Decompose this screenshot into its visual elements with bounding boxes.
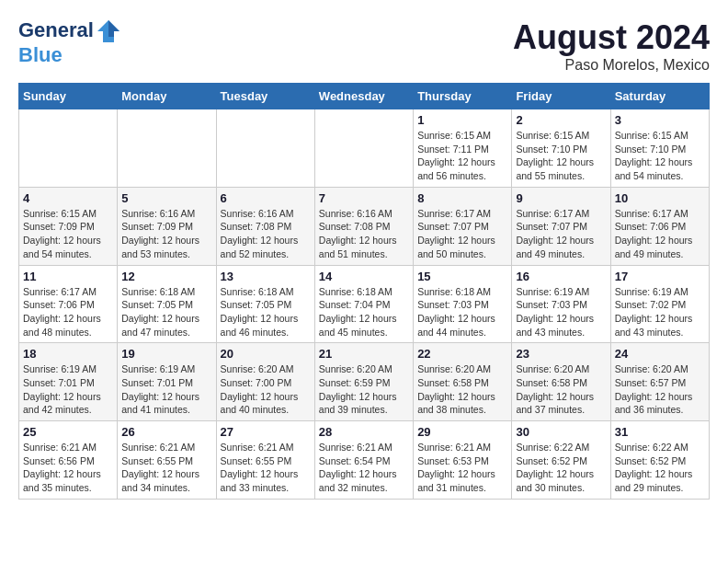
col-thursday: Thursday (414, 84, 512, 109)
day-number: 2 (516, 113, 606, 127)
day-number: 28 (319, 425, 409, 439)
day-number: 12 (121, 270, 211, 283)
table-row: 12 Sunrise: 6:18 AMSunset: 7:05 PMDaylig… (118, 265, 216, 343)
day-number: 24 (615, 347, 705, 361)
day-info: Sunrise: 6:22 AMSunset: 6:52 PMDaylight:… (615, 441, 705, 495)
day-info: Sunrise: 6:19 AMSunset: 7:01 PMDaylight:… (121, 362, 211, 417)
table-row: 30 Sunrise: 6:22 AMSunset: 6:52 PMDaylig… (512, 421, 610, 500)
day-info: Sunrise: 6:19 AMSunset: 7:02 PMDaylight:… (615, 285, 705, 339)
table-row: 26 Sunrise: 6:21 AMSunset: 6:55 PMDaylig… (118, 421, 216, 500)
calendar-row-4: 25 Sunrise: 6:21 AMSunset: 6:56 PMDaylig… (19, 421, 710, 500)
day-info: Sunrise: 6:21 AMSunset: 6:56 PMDaylight:… (23, 441, 113, 495)
table-row: 19 Sunrise: 6:19 AMSunset: 7:01 PMDaylig… (118, 343, 216, 421)
day-number: 21 (319, 347, 409, 361)
day-info: Sunrise: 6:20 AMSunset: 6:57 PMDaylight:… (615, 362, 705, 417)
day-info: Sunrise: 6:17 AMSunset: 7:07 PMDaylight:… (516, 207, 606, 261)
table-row: 29 Sunrise: 6:21 AMSunset: 6:53 PMDaylig… (414, 421, 512, 500)
day-number: 29 (417, 425, 507, 439)
day-info: Sunrise: 6:17 AMSunset: 7:06 PMDaylight:… (615, 207, 705, 261)
logo-blue: Blue (18, 44, 121, 66)
day-number: 10 (615, 191, 705, 205)
table-row (19, 109, 118, 188)
table-row: 18 Sunrise: 6:19 AMSunset: 7:01 PMDaylig… (19, 343, 118, 421)
day-number: 7 (319, 191, 409, 205)
col-sunday: Sunday (19, 84, 118, 109)
table-row: 14 Sunrise: 6:18 AMSunset: 7:04 PMDaylig… (314, 265, 413, 343)
table-row: 31 Sunrise: 6:22 AMSunset: 6:52 PMDaylig… (610, 421, 709, 500)
day-number: 19 (121, 347, 211, 361)
day-number: 4 (23, 191, 113, 205)
day-number: 14 (319, 270, 409, 283)
day-number: 26 (121, 425, 211, 439)
table-row: 24 Sunrise: 6:20 AMSunset: 6:57 PMDaylig… (610, 343, 709, 421)
logo-text: General (18, 18, 121, 44)
day-number: 5 (121, 191, 211, 205)
day-info: Sunrise: 6:20 AMSunset: 7:00 PMDaylight:… (221, 362, 311, 417)
table-row: 11 Sunrise: 6:17 AMSunset: 7:06 PMDaylig… (19, 265, 118, 343)
table-row: 5 Sunrise: 6:16 AMSunset: 7:09 PMDayligh… (118, 187, 216, 265)
table-row: 6 Sunrise: 6:16 AMSunset: 7:08 PMDayligh… (216, 187, 314, 265)
calendar-subtitle: Paso Morelos, Mexico (513, 57, 710, 74)
day-number: 17 (615, 270, 705, 283)
calendar-title: August 2024 (513, 18, 710, 57)
table-row: 22 Sunrise: 6:20 AMSunset: 6:58 PMDaylig… (414, 343, 512, 421)
day-info: Sunrise: 6:16 AMSunset: 7:09 PMDaylight:… (121, 207, 211, 261)
day-number: 31 (615, 425, 705, 439)
table-row: 2 Sunrise: 6:15 AMSunset: 7:10 PMDayligh… (512, 109, 610, 188)
page-header: General Blue August 2024 Paso Morelos, M… (18, 18, 710, 74)
col-wednesday: Wednesday (314, 84, 413, 109)
day-info: Sunrise: 6:16 AMSunset: 7:08 PMDaylight:… (319, 207, 409, 261)
table-row: 4 Sunrise: 6:15 AMSunset: 7:09 PMDayligh… (19, 187, 118, 265)
table-row: 28 Sunrise: 6:21 AMSunset: 6:54 PMDaylig… (314, 421, 413, 500)
calendar-header-row: Sunday Monday Tuesday Wednesday Thursday… (19, 84, 710, 109)
calendar-row-0: 1 Sunrise: 6:15 AMSunset: 7:11 PMDayligh… (19, 109, 710, 188)
logo-icon (96, 18, 121, 44)
day-info: Sunrise: 6:18 AMSunset: 7:05 PMDaylight:… (121, 285, 211, 339)
table-row: 20 Sunrise: 6:20 AMSunset: 7:00 PMDaylig… (216, 343, 314, 421)
day-number: 11 (23, 270, 113, 283)
day-info: Sunrise: 6:18 AMSunset: 7:03 PMDaylight:… (417, 285, 507, 339)
table-row: 7 Sunrise: 6:16 AMSunset: 7:08 PMDayligh… (314, 187, 413, 265)
day-info: Sunrise: 6:20 AMSunset: 6:58 PMDaylight:… (417, 362, 507, 417)
table-row: 23 Sunrise: 6:20 AMSunset: 6:58 PMDaylig… (512, 343, 610, 421)
col-monday: Monday (118, 84, 216, 109)
day-info: Sunrise: 6:21 AMSunset: 6:55 PMDaylight:… (121, 441, 211, 495)
day-number: 15 (417, 270, 507, 283)
title-block: August 2024 Paso Morelos, Mexico (513, 18, 710, 74)
day-info: Sunrise: 6:15 AMSunset: 7:10 PMDaylight:… (615, 129, 705, 183)
day-info: Sunrise: 6:15 AMSunset: 7:09 PMDaylight:… (23, 207, 113, 261)
calendar-row-3: 18 Sunrise: 6:19 AMSunset: 7:01 PMDaylig… (19, 343, 710, 421)
day-info: Sunrise: 6:21 AMSunset: 6:53 PMDaylight:… (417, 441, 507, 495)
day-info: Sunrise: 6:15 AMSunset: 7:11 PMDaylight:… (417, 129, 507, 183)
day-number: 9 (516, 191, 606, 205)
table-row: 9 Sunrise: 6:17 AMSunset: 7:07 PMDayligh… (512, 187, 610, 265)
day-info: Sunrise: 6:20 AMSunset: 6:58 PMDaylight:… (516, 362, 606, 417)
col-saturday: Saturday (610, 84, 709, 109)
day-number: 18 (23, 347, 113, 361)
svg-marker-1 (108, 20, 119, 37)
table-row: 13 Sunrise: 6:18 AMSunset: 7:05 PMDaylig… (216, 265, 314, 343)
day-number: 30 (516, 425, 606, 439)
day-number: 22 (417, 347, 507, 361)
table-row (314, 109, 413, 188)
table-row: 25 Sunrise: 6:21 AMSunset: 6:56 PMDaylig… (19, 421, 118, 500)
day-info: Sunrise: 6:16 AMSunset: 7:08 PMDaylight:… (221, 207, 311, 261)
table-row: 17 Sunrise: 6:19 AMSunset: 7:02 PMDaylig… (610, 265, 709, 343)
day-info: Sunrise: 6:20 AMSunset: 6:59 PMDaylight:… (319, 362, 409, 417)
day-number: 8 (417, 191, 507, 205)
day-info: Sunrise: 6:18 AMSunset: 7:05 PMDaylight:… (221, 285, 311, 339)
day-number: 6 (221, 191, 311, 205)
table-row: 8 Sunrise: 6:17 AMSunset: 7:07 PMDayligh… (414, 187, 512, 265)
day-number: 13 (221, 270, 311, 283)
table-row: 10 Sunrise: 6:17 AMSunset: 7:06 PMDaylig… (610, 187, 709, 265)
calendar-row-2: 11 Sunrise: 6:17 AMSunset: 7:06 PMDaylig… (19, 265, 710, 343)
calendar-table: Sunday Monday Tuesday Wednesday Thursday… (18, 83, 710, 500)
col-tuesday: Tuesday (216, 84, 314, 109)
table-row: 15 Sunrise: 6:18 AMSunset: 7:03 PMDaylig… (414, 265, 512, 343)
day-info: Sunrise: 6:15 AMSunset: 7:10 PMDaylight:… (516, 129, 606, 183)
table-row: 1 Sunrise: 6:15 AMSunset: 7:11 PMDayligh… (414, 109, 512, 188)
day-info: Sunrise: 6:19 AMSunset: 7:03 PMDaylight:… (516, 285, 606, 339)
table-row (216, 109, 314, 188)
day-info: Sunrise: 6:17 AMSunset: 7:07 PMDaylight:… (417, 207, 507, 261)
day-number: 27 (221, 425, 311, 439)
